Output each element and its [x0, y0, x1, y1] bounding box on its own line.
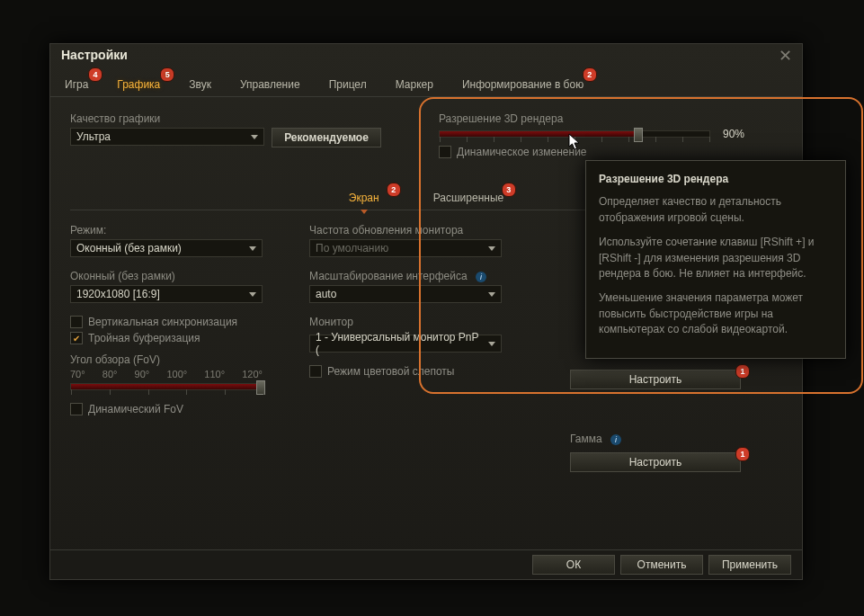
- mode-value: Оконный (без рамки): [76, 242, 182, 254]
- apply-button[interactable]: Применить: [708, 555, 791, 575]
- render3d-percent: 90%: [723, 128, 744, 140]
- quality-select[interactable]: Ультра: [70, 128, 264, 146]
- tab-battle-notify-label: Информирование в бою: [462, 78, 583, 91]
- fov-slider[interactable]: [70, 383, 264, 390]
- chevron-down-icon: [251, 135, 258, 139]
- render3d-fill: [440, 131, 634, 137]
- subtab-screen[interactable]: Экран 2: [322, 186, 406, 210]
- checkbox-icon: [309, 365, 322, 378]
- gamma-configure-button[interactable]: Настроить: [570, 452, 741, 472]
- recommended-button-label: Рекомендуемое: [284, 131, 369, 144]
- badge-configure-2: 1: [735, 447, 750, 461]
- refresh-select[interactable]: По умолчанию: [309, 239, 502, 257]
- triple-buffer-check[interactable]: ✔ Тройная буферизация: [70, 332, 277, 344]
- chevron-down-icon: [488, 342, 495, 346]
- render3d-dynamic-check[interactable]: Динамическое изменение: [439, 146, 782, 158]
- recommended-button[interactable]: Рекомендуемое: [272, 128, 381, 147]
- badge-configure-1: 1: [735, 364, 750, 379]
- chevron-down-icon: [488, 292, 495, 297]
- tooltip-p1: Определяет качество и детальность отобра…: [599, 194, 833, 226]
- vsync-label: Вертикальная синхронизация: [88, 316, 237, 328]
- window-title: Настройки: [50, 44, 802, 67]
- info-icon[interactable]: i: [610, 434, 621, 445]
- close-icon[interactable]: ✕: [775, 46, 795, 66]
- tab-game[interactable]: Игра 4: [50, 73, 102, 96]
- configure-button-label: Настроить: [629, 373, 682, 386]
- chevron-down-icon: [488, 246, 495, 251]
- render3d-group: Разрешение 3D рендера 90% Динамическое и…: [439, 112, 782, 158]
- scaling-label: Масштабирование интерфейса i: [309, 270, 516, 282]
- render3d-label: Разрешение 3D рендера: [439, 112, 782, 125]
- badge-battle-notify: 2: [583, 67, 597, 82]
- cancel-button-label: Отменить: [637, 558, 687, 571]
- gamma-configure-button-label: Настроить: [629, 456, 682, 469]
- colorblind-configure-button[interactable]: Настроить: [570, 370, 741, 389]
- dynamic-fov-check[interactable]: Динамический FoV: [70, 403, 277, 415]
- tooltip-title: Разрешение 3D рендера: [599, 172, 833, 187]
- screen-col-2: Частота обновления монитора По умолчанию…: [309, 224, 516, 381]
- checkbox-icon: ✔: [70, 332, 83, 344]
- tab-game-label: Игра: [65, 78, 88, 91]
- screen-col-1: Режим: Оконный (без рамки) Оконный (без …: [70, 224, 277, 419]
- monitor-label: Монитор: [309, 316, 516, 328]
- quality-value: Ультра: [76, 130, 111, 143]
- quality-label: Качество графики: [70, 112, 412, 125]
- dynamic-fov-label: Динамический FoV: [88, 403, 183, 415]
- refresh-value: По умолчанию: [316, 242, 388, 254]
- scaling-select[interactable]: auto: [309, 285, 502, 303]
- fov-tick-labels: 70° 80° 90° 100° 110° 120°: [70, 369, 263, 379]
- tab-marker-label: Маркер: [396, 78, 433, 91]
- tab-graphics[interactable]: Графика 5: [102, 73, 174, 96]
- resolution-select[interactable]: 1920x1080 [16:9]: [70, 285, 263, 303]
- badge-game: 4: [88, 67, 102, 82]
- window-title-text: Настройки: [61, 48, 128, 62]
- tab-controls[interactable]: Управление: [226, 73, 315, 96]
- tooltip-p2: Используйте сочетание клавиш [RShift +] …: [599, 235, 833, 281]
- mode-select[interactable]: Оконный (без рамки): [70, 239, 263, 257]
- tab-reticle[interactable]: Прицел: [315, 73, 381, 96]
- ok-button[interactable]: ОК: [532, 555, 615, 575]
- monitor-select[interactable]: 1 - Универсальный монитор PnP (: [309, 335, 502, 353]
- tab-controls-label: Управление: [240, 78, 300, 91]
- chevron-down-icon: [249, 246, 256, 251]
- render3d-dynamic-label: Динамическое изменение: [457, 146, 587, 158]
- quality-group: Качество графики Ультра Рекомендуемое: [70, 112, 412, 147]
- checkbox-icon: [439, 146, 451, 158]
- badge-subtab-advanced: 3: [502, 183, 516, 197]
- monitor-value: 1 - Универсальный монитор PnP (: [316, 331, 483, 356]
- screen-col-3: Настроить 1 Гамма i Настроить 1: [570, 370, 750, 472]
- tab-reticle-label: Прицел: [329, 78, 367, 91]
- fov-label: Угол обзора (FoV): [70, 353, 277, 366]
- subtab-screen-label: Экран: [349, 192, 379, 204]
- render3d-slider[interactable]: [439, 130, 710, 138]
- info-icon[interactable]: i: [476, 272, 486, 282]
- tab-graphics-label: Графика: [117, 78, 160, 91]
- tab-marker[interactable]: Маркер: [381, 73, 448, 96]
- tab-sound[interactable]: Звук: [174, 73, 226, 96]
- checkbox-icon: [70, 316, 83, 328]
- badge-subtab-screen: 2: [387, 183, 401, 197]
- dialog-footer: ОК Отменить Применить: [50, 549, 802, 579]
- refresh-label: Частота обновления монитора: [309, 224, 516, 237]
- colorblind-label: Режим цветовой слепоты: [327, 365, 454, 378]
- apply-button-label: Применить: [722, 558, 778, 571]
- subtab-advanced[interactable]: Расширенные 3: [406, 186, 531, 210]
- tooltip-p3: Уменьшение значения параметра может повы…: [599, 290, 833, 337]
- checkbox-icon: [70, 403, 83, 415]
- chevron-down-icon: [249, 292, 256, 297]
- scaling-value: auto: [316, 288, 336, 300]
- resolution-value: 1920x1080 [16:9]: [76, 288, 160, 300]
- tab-battle-notify[interactable]: Информирование в бою 2: [448, 73, 598, 96]
- tab-sound-label: Звук: [189, 78, 211, 91]
- cancel-button[interactable]: Отменить: [620, 555, 703, 575]
- colorblind-check[interactable]: Режим цветовой слепоты: [309, 365, 516, 378]
- resolution-label: Оконный (без рамки): [70, 270, 277, 282]
- render3d-thumb[interactable]: [634, 128, 643, 142]
- mode-label: Режим:: [70, 224, 277, 237]
- badge-graphics: 5: [160, 67, 174, 82]
- triple-buffer-label: Тройная буферизация: [88, 332, 200, 344]
- vsync-check[interactable]: Вертикальная синхронизация: [70, 316, 277, 328]
- main-tabs: Игра 4 Графика 5 Звук Управление Прицел …: [50, 73, 802, 97]
- render3d-tooltip: Разрешение 3D рендера Определяет качеств…: [585, 160, 846, 359]
- subtab-advanced-label: Расширенные: [433, 192, 504, 204]
